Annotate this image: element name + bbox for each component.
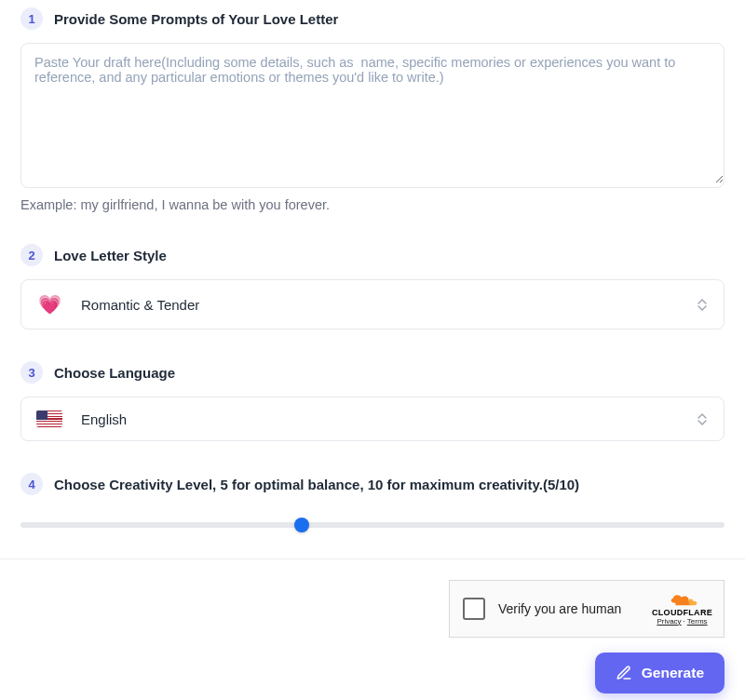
style-select-value: Romantic & Tender xyxy=(81,297,199,313)
captcha-checkbox[interactable] xyxy=(463,598,485,620)
prompt-example-text: Example: my girlfriend, I wanna be with … xyxy=(20,197,725,212)
prompt-textarea[interactable] xyxy=(21,44,724,183)
step-1-number-badge: 1 xyxy=(20,7,43,30)
generate-button-label: Generate xyxy=(642,665,704,681)
step-3: 3 Choose Language English xyxy=(20,361,725,441)
slider-thumb[interactable] xyxy=(294,518,309,532)
language-select[interactable]: English xyxy=(20,397,725,441)
style-select[interactable]: 💗 Romantic & Tender xyxy=(20,279,725,330)
cloudflare-icon xyxy=(665,592,700,607)
step-1-header: 1 Provide Some Prompts of Your Love Lett… xyxy=(20,7,725,30)
step-3-number-badge: 3 xyxy=(20,361,43,384)
captcha-widget[interactable]: Verify you are human CLOUDFLARE Privacy·… xyxy=(449,580,725,638)
us-flag-icon xyxy=(36,411,62,427)
captcha-privacy-link[interactable]: Privacy xyxy=(657,617,681,626)
step-2-title: Love Letter Style xyxy=(54,248,167,263)
heart-icon: 💗 xyxy=(36,293,62,316)
step-1-title: Provide Some Prompts of Your Love Letter xyxy=(54,11,338,27)
captcha-brand: CLOUDFLARE Privacy·Terms xyxy=(652,592,712,626)
prompt-textarea-container xyxy=(20,43,725,188)
step-2-header: 2 Love Letter Style xyxy=(20,244,725,266)
captcha-terms-link[interactable]: Terms xyxy=(687,617,708,626)
creativity-slider[interactable] xyxy=(20,516,725,534)
step-3-title: Choose Language xyxy=(54,365,175,381)
chevron-updown-icon xyxy=(696,298,709,311)
footer: Verify you are human CLOUDFLARE Privacy·… xyxy=(0,559,745,700)
step-2-number-badge: 2 xyxy=(20,244,43,266)
step-3-header: 3 Choose Language xyxy=(20,361,725,384)
slider-track xyxy=(20,522,725,528)
step-4: 4 Choose Creativity Level, 5 for optimal… xyxy=(20,473,725,534)
captcha-text: Verify you are human xyxy=(498,601,621,616)
step-1: 1 Provide Some Prompts of Your Love Lett… xyxy=(20,7,725,212)
step-4-header: 4 Choose Creativity Level, 5 for optimal… xyxy=(20,473,725,495)
chevron-updown-icon xyxy=(696,412,709,425)
step-2: 2 Love Letter Style 💗 Romantic & Tender xyxy=(20,244,725,330)
step-4-title: Choose Creativity Level, 5 for optimal b… xyxy=(54,477,579,492)
edit-icon xyxy=(616,665,632,681)
generate-button[interactable]: Generate xyxy=(595,653,725,693)
step-4-number-badge: 4 xyxy=(20,473,43,495)
language-select-value: English xyxy=(81,411,127,427)
